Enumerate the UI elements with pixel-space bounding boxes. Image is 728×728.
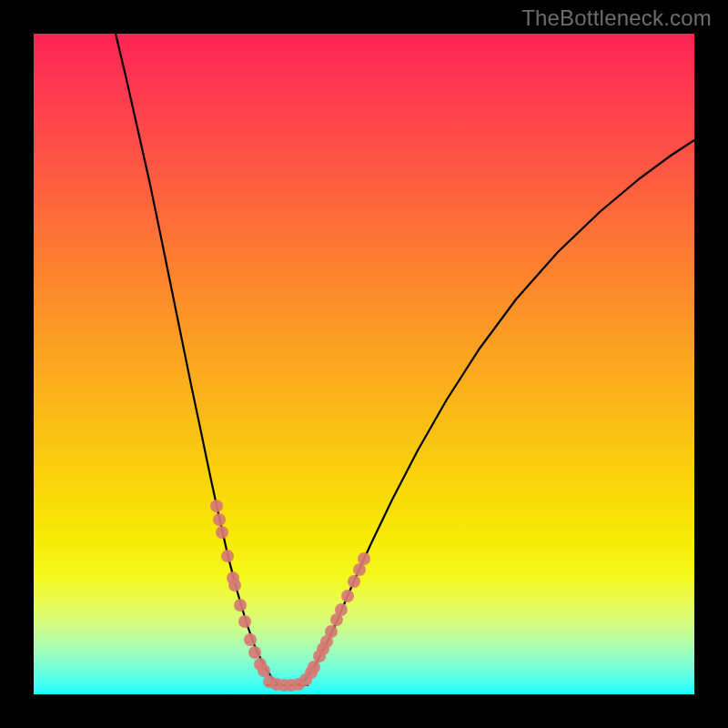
curve-left <box>116 34 283 685</box>
data-dot <box>248 646 261 659</box>
data-dot <box>358 552 370 565</box>
data-dot <box>244 633 257 646</box>
data-dot <box>348 575 360 588</box>
data-dot <box>228 579 241 592</box>
chart-svg <box>34 34 694 694</box>
data-dot <box>221 550 234 562</box>
curve-right <box>298 140 694 685</box>
plot-area <box>34 34 694 694</box>
data-dot <box>341 590 354 602</box>
data-dot <box>216 526 228 539</box>
data-dots-group <box>210 500 370 692</box>
data-dot <box>258 664 270 677</box>
data-dot <box>238 615 251 628</box>
data-dot <box>213 513 226 526</box>
data-dot <box>325 625 338 638</box>
chart-frame: TheBottleneck.com <box>0 0 728 728</box>
data-dot <box>353 563 366 576</box>
data-dot <box>210 500 223 512</box>
data-dot <box>308 661 320 673</box>
watermark-text: TheBottleneck.com <box>521 5 712 31</box>
data-dot <box>234 599 247 612</box>
data-dot <box>335 603 348 616</box>
